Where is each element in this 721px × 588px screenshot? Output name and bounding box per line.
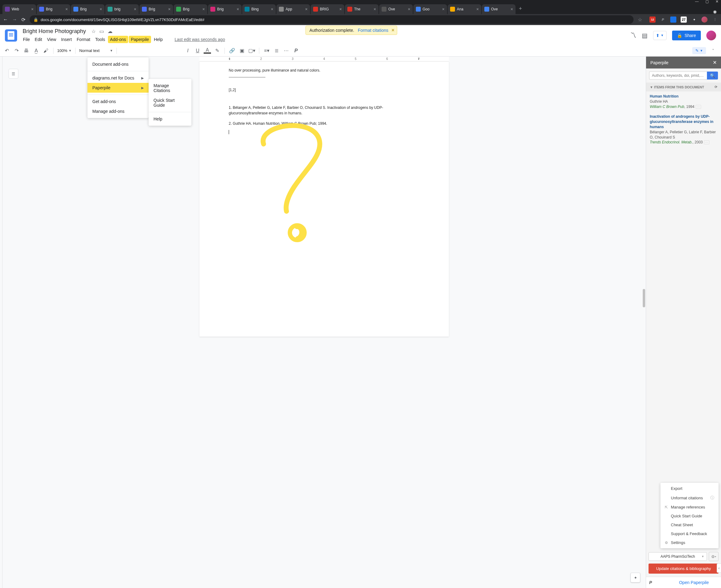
menu-add-ons[interactable]: Add-ons xyxy=(108,36,128,43)
comments-icon[interactable]: ▤ xyxy=(642,32,648,39)
menu-view[interactable]: View xyxy=(45,36,58,43)
share-button[interactable]: 🔒 Share xyxy=(672,30,701,40)
notice-close-icon[interactable]: × xyxy=(392,27,395,33)
sidebar-close-icon[interactable]: ✕ xyxy=(713,60,717,65)
context-cheat-sheet[interactable]: Cheat Sheet xyxy=(660,520,719,529)
context-settings[interactable]: ⚙Settings xyxy=(660,538,719,547)
horizontal-ruler[interactable]: ▾ ▾ 1234567 xyxy=(199,57,449,61)
manage-citations-item[interactable]: Manage Citations xyxy=(149,81,191,96)
tab-close-icon[interactable]: × xyxy=(134,7,136,12)
collapse-toolbar-icon[interactable]: ˄ xyxy=(712,48,714,53)
side-panel-toggle[interactable]: ‹ xyxy=(717,564,721,573)
editing-mode-button[interactable]: ✎▼ xyxy=(692,47,706,54)
tab-close-icon[interactable]: × xyxy=(476,7,479,12)
move-document-icon[interactable]: ▭ xyxy=(99,28,104,34)
document-page[interactable]: No over processing, pure illuminance and… xyxy=(199,61,449,337)
browser-tab[interactable]: Brig× xyxy=(174,4,207,14)
context-support-feedback[interactable]: Support & Feedback xyxy=(660,529,719,538)
diagrams-item[interactable]: diagrams.net for Docs▶ xyxy=(87,73,149,83)
star-icon[interactable]: ☆ xyxy=(638,17,642,23)
menu-insert[interactable]: Insert xyxy=(59,36,74,43)
account-avatar[interactable] xyxy=(706,30,716,40)
right-margin-marker[interactable]: ▾ xyxy=(418,57,420,61)
browser-tab[interactable]: The× xyxy=(345,4,379,14)
context-quick-start-guide[interactable]: Quick Start Guide xyxy=(660,511,719,520)
undo-icon[interactable]: ↶ xyxy=(3,48,10,54)
more-icon[interactable]: ⋯ xyxy=(282,48,290,54)
image-icon[interactable]: ▢▾ xyxy=(248,48,255,54)
browser-tab[interactable]: Brig× xyxy=(37,4,70,14)
chrome-menu-icon[interactable]: ⋮ xyxy=(712,17,718,23)
chrome-profile-avatar[interactable] xyxy=(701,17,707,23)
tab-close-icon[interactable]: × xyxy=(374,7,376,12)
update-citations-button[interactable]: Update citations & bibliography xyxy=(649,564,719,574)
browser-tab[interactable]: App× xyxy=(276,4,310,14)
tab-close-icon[interactable]: × xyxy=(203,7,205,12)
manage-addons-item[interactable]: Manage add-ons xyxy=(87,106,149,116)
browser-tab[interactable]: Ove× xyxy=(379,4,413,14)
tab-close-icon[interactable]: × xyxy=(65,7,68,12)
citation-style-select[interactable]: AAPS PharmSciTech xyxy=(649,552,707,561)
extensions-puzzle-icon[interactable]: ✦ xyxy=(691,17,697,23)
line-spacing-icon[interactable]: ≣ xyxy=(273,48,280,54)
spellcheck-icon[interactable]: A̲ xyxy=(33,48,40,54)
link-icon[interactable]: 🔗 xyxy=(228,48,236,54)
scrollbar-thumb[interactable] xyxy=(643,289,645,307)
tab-close-icon[interactable]: × xyxy=(511,7,513,12)
omnibox[interactable]: 🔒 docs.google.com/document/d/1SevSQLISGS… xyxy=(30,15,634,24)
context-unformat-citations[interactable]: Unformat citationsⓘ xyxy=(660,493,719,503)
redo-icon[interactable]: ↷ xyxy=(13,48,20,54)
left-margin-marker[interactable]: ▾ xyxy=(229,57,230,61)
menu-edit[interactable]: Edit xyxy=(33,36,44,43)
extension-paperpile-icon[interactable]: P xyxy=(660,17,666,23)
forward-icon[interactable]: → xyxy=(12,17,17,22)
get-addons-item[interactable]: Get add-ons xyxy=(87,97,149,106)
explore-button[interactable]: ✦ xyxy=(631,573,640,583)
paperpile-toolbar-icon[interactable]: P xyxy=(292,48,300,54)
browser-tab[interactable]: Brig× xyxy=(208,4,241,14)
align-icon[interactable]: ≡▾ xyxy=(263,48,270,54)
browser-tab[interactable]: Brig× xyxy=(71,4,105,14)
activity-icon[interactable]: 〽 xyxy=(630,32,636,39)
back-icon[interactable]: ← xyxy=(3,17,8,22)
browser-tab[interactable]: Web× xyxy=(2,4,36,14)
browser-tab[interactable]: Ana× xyxy=(448,4,481,14)
cloud-status-icon[interactable]: ☁ xyxy=(108,28,112,34)
sidebar-section-header[interactable]: ▼ ITEMS FROM THIS DOCUMENT ⟳ xyxy=(646,83,721,91)
menu-tools[interactable]: Tools xyxy=(93,36,107,43)
reference-item[interactable]: Inactivation of androgens by UDP-glucuro… xyxy=(646,112,721,147)
browser-tab[interactable]: Bing× xyxy=(242,4,276,14)
media-control-icon[interactable]: ◉ xyxy=(709,9,721,14)
browser-tab[interactable]: Goo× xyxy=(413,4,447,14)
paragraph-style-select[interactable]: Normal text▼ xyxy=(79,48,113,53)
tab-close-icon[interactable]: × xyxy=(31,7,34,12)
ref-more-icon[interactable]: ⋯ xyxy=(696,105,701,109)
close-window-icon[interactable]: ✕ xyxy=(716,0,719,4)
citation-settings-button[interactable]: ⚙▾ xyxy=(709,552,719,561)
sidebar-search-button[interactable]: 🔍 xyxy=(707,71,718,80)
menu-file[interactable]: File xyxy=(21,36,32,43)
highlight-icon[interactable]: ✎ xyxy=(213,48,221,54)
tab-close-icon[interactable]: × xyxy=(408,7,410,12)
paperpile-item[interactable]: Paperpile▶ xyxy=(87,83,149,93)
zoom-select[interactable]: 100%▼ xyxy=(57,48,71,53)
reference-item[interactable]: Human Nutrition Guthrie HA William C Bro… xyxy=(646,91,721,112)
format-citations-link[interactable]: Format citations xyxy=(358,28,388,33)
menu-help[interactable]: Help xyxy=(152,36,165,43)
print-icon[interactable]: 🖶 xyxy=(23,48,30,54)
tab-close-icon[interactable]: × xyxy=(100,7,102,12)
text-color-icon[interactable]: A xyxy=(204,48,211,54)
present-button[interactable]: ⬆▼ xyxy=(653,31,666,40)
star-document-icon[interactable]: ☆ xyxy=(91,28,96,34)
extension-blue-icon[interactable] xyxy=(670,17,676,23)
new-tab-button[interactable]: + xyxy=(516,5,525,12)
comment-icon[interactable]: ▣ xyxy=(238,48,246,54)
browser-tab[interactable]: brig× xyxy=(105,4,139,14)
extension-calendar-icon[interactable]: 12 xyxy=(650,17,656,23)
sidebar-search-input[interactable] xyxy=(649,71,707,80)
document-canvas[interactable]: ☰ ▾ ▾ 1234567 No over processing, pure i… xyxy=(2,57,646,588)
document-title[interactable]: Bright Home Photography xyxy=(21,27,88,35)
maximize-icon[interactable]: ▢ xyxy=(705,0,709,4)
outline-toggle-button[interactable]: ☰ xyxy=(8,69,18,79)
extension-counter-icon[interactable]: 27 xyxy=(681,17,687,23)
